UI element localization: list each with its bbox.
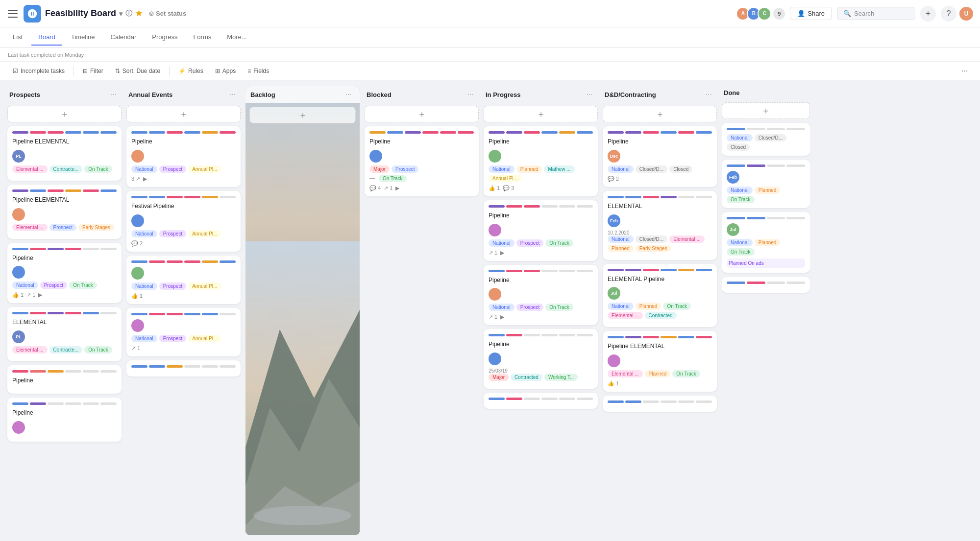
- card-tags: — On Track: [369, 175, 474, 182]
- column-more-prospects[interactable]: ···: [107, 89, 120, 100]
- filter-btn[interactable]: ⊟ Filter: [78, 66, 108, 76]
- tab-more[interactable]: More...: [220, 29, 253, 46]
- column-add-backlog[interactable]: ＋: [249, 107, 356, 123]
- color-dot: [643, 336, 659, 338]
- share-button[interactable]: 👤 Share: [790, 7, 832, 20]
- set-status-btn[interactable]: ◎ Set status: [149, 10, 186, 17]
- add-button[interactable]: ＋: [920, 6, 936, 22]
- card[interactable]: ELEMENTAL Pipeline Jul National Planned …: [603, 264, 717, 328]
- card[interactable]: Pipeline National Prospect On Track ↗ 1 …: [484, 200, 598, 261]
- tag: Annual Pl...: [188, 282, 221, 290]
- card-footer: 👍 1: [608, 380, 712, 387]
- tag: National: [489, 239, 514, 247]
- card[interactable]: Feb National Planned On Track: [722, 160, 810, 208]
- card[interactable]: Pipeline National Planned Mathew ... Ann…: [484, 126, 598, 196]
- column-add-blocked[interactable]: ＋: [365, 106, 479, 122]
- color-dot: [678, 131, 694, 134]
- card[interactable]: Pipeline Major Prospect — On Track 💬 4 ↗…: [365, 126, 479, 196]
- column-add-done[interactable]: ＋: [722, 102, 810, 119]
- card[interactable]: Pipeline Dec National Closed/D... Closed…: [603, 126, 717, 187]
- apps-icon: ⊞: [215, 68, 220, 74]
- column-more-backlog[interactable]: ···: [343, 89, 355, 100]
- column-add-prospects[interactable]: ＋: [7, 106, 122, 122]
- star-icon[interactable]: ★: [135, 9, 142, 18]
- card[interactable]: ELEMENTAL Feb 10.2.2020 National Closed/…: [603, 191, 717, 260]
- card[interactable]: Pipeline 25/03/19 Major Contracted Worki…: [484, 329, 598, 389]
- tag: Elemental ...: [608, 312, 643, 319]
- color-dot: [65, 370, 81, 373]
- more-options-btn[interactable]: ⋯: [956, 66, 972, 76]
- tag: Planned: [608, 245, 634, 252]
- card[interactable]: National Prospect Annual Pl... ↗ 1: [126, 308, 241, 356]
- tab-timeline[interactable]: Timeline: [64, 29, 102, 46]
- card[interactable]: National Closed/D... Closed: [722, 123, 810, 156]
- column-add-annual[interactable]: ＋: [126, 106, 241, 122]
- color-dot: [202, 260, 218, 263]
- svg-point-4: [253, 506, 351, 525]
- incomplete-tasks-btn[interactable]: ☑ Incomplete tasks: [8, 66, 70, 76]
- title-chevron-icon[interactable]: ▾: [119, 10, 122, 18]
- tag: Prospect: [49, 224, 76, 231]
- card[interactable]: Pipeline National Prospect On Track ↗ 1 …: [484, 265, 598, 326]
- user-avatar[interactable]: U: [958, 6, 974, 22]
- color-dot: [786, 165, 805, 167]
- tab-progress[interactable]: Progress: [145, 29, 184, 46]
- color-dot: [202, 365, 218, 368]
- color-dot: [608, 400, 624, 403]
- color-dot: [786, 128, 805, 130]
- card[interactable]: Jul National Planned On Track Planned On…: [722, 212, 810, 273]
- card[interactable]: [722, 277, 810, 293]
- tab-board[interactable]: Board: [31, 29, 62, 46]
- color-dot: [727, 217, 745, 219]
- card-color-bar: [727, 282, 805, 284]
- card[interactable]: Pipeline: [7, 398, 122, 442]
- color-dot: [83, 248, 99, 250]
- card-title: Pipeline ELEMENTAL: [12, 196, 117, 204]
- card[interactable]: Pipeline ELEMENTAL Elemental ... Planned…: [603, 331, 717, 392]
- color-dot: [767, 165, 785, 167]
- board-title-container: Feasibility Board ▾ ⓘ ★ ◎ Set status: [45, 8, 186, 19]
- color-dot: [184, 131, 200, 134]
- card-tags: National Prospect On Track: [489, 239, 593, 247]
- card[interactable]: National Prospect Annual Pl... 👍 1: [126, 256, 241, 304]
- card[interactable]: ELEMENTAL PL Elemental ... Contracte... …: [7, 307, 122, 361]
- fields-btn[interactable]: ≡ Fields: [243, 66, 274, 76]
- card-tags: National Planned On Track Elemental ... …: [608, 303, 712, 319]
- card[interactable]: [126, 360, 241, 376]
- card-avatar: PL: [12, 330, 25, 343]
- card[interactable]: Pipeline National Prospect Annual Pl... …: [126, 126, 241, 187]
- card-tags: National Prospect On Track: [12, 282, 117, 289]
- rules-btn[interactable]: ⚡ Rules: [173, 66, 208, 76]
- help-button[interactable]: ?: [941, 6, 956, 22]
- card[interactable]: Pipeline ELEMENTAL PL Elemental ... Cont…: [7, 126, 122, 181]
- footer-likes: 👍 1: [12, 292, 24, 298]
- tab-forms[interactable]: Forms: [186, 29, 218, 46]
- card[interactable]: Pipeline: [7, 365, 122, 394]
- color-dot: [30, 189, 46, 192]
- column-add-dnd[interactable]: ＋: [603, 106, 717, 122]
- card[interactable]: Festival Pipeline National Prospect Annu…: [126, 191, 241, 252]
- tag: Early Stages: [78, 224, 114, 231]
- tab-list[interactable]: List: [6, 29, 29, 46]
- apps-btn[interactable]: ⊞ Apps: [210, 66, 241, 76]
- tag: On Track: [545, 304, 573, 311]
- tag: Closed: [669, 165, 692, 173]
- sort-btn[interactable]: ⇅ Sort: Due date: [110, 66, 165, 76]
- tag: On Track: [84, 165, 112, 173]
- column-more-annual[interactable]: ···: [226, 89, 239, 100]
- column-add-in-progress[interactable]: ＋: [484, 106, 598, 122]
- card[interactable]: Pipeline ELEMENTAL Elemental ... Prospec…: [7, 185, 122, 239]
- column-more-blocked[interactable]: ···: [465, 89, 477, 100]
- search-box[interactable]: 🔍 Search: [837, 7, 915, 20]
- color-dot: [149, 365, 165, 368]
- column-more-dnd[interactable]: ···: [703, 89, 715, 100]
- tab-calendar[interactable]: Calendar: [104, 29, 144, 46]
- hamburger-menu[interactable]: [6, 7, 20, 21]
- card[interactable]: Pipeline National Prospect On Track 👍 1 …: [7, 243, 122, 304]
- color-dot: [524, 205, 540, 208]
- card[interactable]: [484, 393, 598, 409]
- card-color-bar: [131, 131, 236, 134]
- card[interactable]: [603, 396, 717, 412]
- column-more-in-progress[interactable]: ···: [584, 89, 596, 100]
- info-icon: ⓘ: [125, 9, 132, 18]
